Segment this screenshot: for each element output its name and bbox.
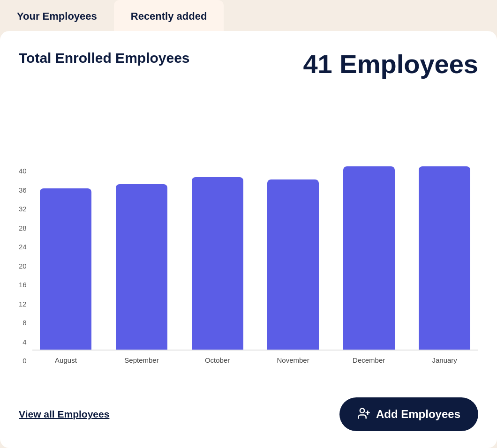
view-all-button[interactable]: View all Employees xyxy=(19,409,109,420)
bar xyxy=(116,184,167,350)
divider xyxy=(19,384,478,384)
x-axis-label: January xyxy=(411,356,478,364)
header-left: Total Enrolled Employees xyxy=(19,50,190,67)
y-axis-label: 28 xyxy=(19,224,27,231)
employee-count: 41 Employees xyxy=(303,49,478,79)
y-axis-label: 36 xyxy=(19,187,27,194)
card-header: Total Enrolled Employees 41 Employees xyxy=(19,50,478,79)
add-employees-icon xyxy=(357,407,370,422)
bar xyxy=(343,166,395,350)
bar-group xyxy=(335,166,403,350)
tabs-bar: Your Employees Recently added xyxy=(0,0,497,31)
page-wrapper: Your Employees Recently added Total Enro… xyxy=(0,0,497,448)
y-axis-label: 40 xyxy=(19,167,27,174)
y-axis-label: 0 xyxy=(23,357,26,364)
bar xyxy=(267,179,319,350)
bars-container xyxy=(32,154,478,351)
y-axis-label: 20 xyxy=(19,262,27,269)
y-axis: 0481216202428323640 xyxy=(19,167,27,364)
bar-group xyxy=(108,184,175,350)
bar-group xyxy=(259,179,327,350)
x-axis-label: December xyxy=(335,356,403,364)
bar xyxy=(40,188,91,350)
y-axis-label: 4 xyxy=(23,338,26,345)
svg-point-0 xyxy=(360,409,364,413)
x-axis-label: August xyxy=(32,356,100,364)
y-axis-label: 12 xyxy=(19,300,27,307)
x-axis-label: October xyxy=(184,356,251,364)
chart-area: 0481216202428323640 AugustSeptemberOctob… xyxy=(19,93,478,364)
card-title: Total Enrolled Employees xyxy=(19,50,190,67)
header-right: 41 Employees xyxy=(303,50,478,79)
bars-section: AugustSeptemberOctoberNovemberDecemberJa… xyxy=(32,154,478,364)
x-axis-label: November xyxy=(259,356,327,364)
tab-your-employees[interactable]: Your Employees xyxy=(0,0,114,31)
add-employees-button[interactable]: Add Employees xyxy=(339,397,478,431)
bar-group xyxy=(184,177,251,350)
tab-recently-added[interactable]: Recently added xyxy=(114,0,224,31)
x-axis-label: September xyxy=(108,356,175,364)
main-card: Total Enrolled Employees 41 Employees 04… xyxy=(0,31,497,448)
y-axis-label: 8 xyxy=(23,319,26,326)
x-labels: AugustSeptemberOctoberNovemberDecemberJa… xyxy=(32,356,478,364)
y-axis-label: 32 xyxy=(19,205,27,212)
bar xyxy=(419,166,470,350)
bar xyxy=(192,177,243,350)
add-employees-label: Add Employees xyxy=(376,408,460,421)
y-axis-label: 16 xyxy=(19,281,27,288)
bar-group xyxy=(411,166,478,350)
footer-row: View all Employees Add Employees xyxy=(19,397,478,431)
y-axis-label: 24 xyxy=(19,243,27,250)
bar-group xyxy=(32,188,100,350)
